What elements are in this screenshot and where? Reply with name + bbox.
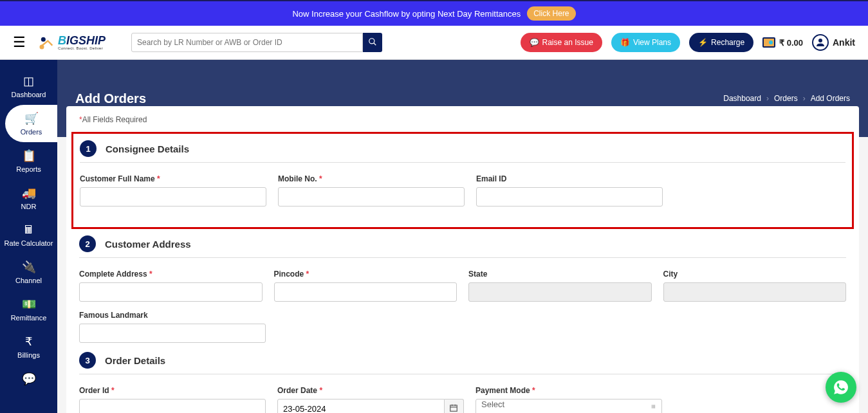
sidebar-item-billings[interactable]: ₹ Billings (0, 328, 57, 365)
truck-icon: 🚚 (0, 186, 57, 200)
user-menu[interactable]: Ankit (812, 34, 855, 51)
avatar-icon (812, 34, 829, 51)
svg-rect-5 (450, 405, 457, 410)
view-plans-button[interactable]: 🎁View Plans (611, 33, 680, 52)
app-header: ☰ BIGSHIP Connect. Boost. Deliver 💬Raise… (0, 26, 868, 60)
breadcrumb-item: Add Orders (811, 94, 850, 103)
section-title: Order Details (105, 355, 165, 366)
whatsapp-button[interactable] (826, 372, 856, 403)
sidebar-label: Rate Calculator (5, 239, 53, 247)
label-mobile: Mobile No. * (278, 174, 465, 183)
sidebar-label: Orders (21, 128, 42, 136)
sidebar-label: Channel (15, 277, 42, 284)
cart-icon: 🛒 (5, 111, 57, 125)
banner-cta-button[interactable]: Click Here (527, 6, 575, 21)
svg-line-3 (374, 42, 376, 45)
recharge-button[interactable]: ⚡Recharge (689, 33, 753, 52)
wallet-amount: ₹ 0.00 (779, 38, 803, 48)
mobile-input[interactable] (278, 187, 465, 206)
sidebar-item-reports[interactable]: 📋 Reports (0, 142, 57, 179)
breadcrumb-item[interactable]: Dashboard (723, 94, 761, 103)
section-head-address: 2 Customer Address (79, 235, 846, 258)
whatsapp-icon (833, 379, 849, 396)
sidebar-label: Billings (17, 351, 40, 359)
section-head-order: 3 Order Details (79, 352, 846, 374)
chevron-right-icon: › (766, 94, 769, 103)
state-input (468, 282, 652, 302)
wallet-icon (762, 37, 775, 48)
search-button[interactable] (363, 33, 382, 52)
order-date-input[interactable] (277, 399, 445, 413)
label-state: State (468, 270, 652, 279)
sidebar-label: Reports (16, 165, 41, 173)
gift-icon: 🎁 (620, 38, 630, 47)
banner-text: Now Increase your Cashflow by opting Nex… (292, 9, 521, 19)
sidebar-item-remittance[interactable]: 💵 Remittance (0, 291, 57, 328)
wallet-balance[interactable]: ₹ 0.00 (762, 37, 803, 48)
section-number: 3 (79, 352, 96, 369)
label-order-date: Order Date * (277, 386, 464, 395)
calendar-icon (449, 403, 458, 412)
sidebar-item-ndr[interactable]: 🚚 NDR (0, 179, 57, 217)
menu-toggle-icon[interactable]: ☰ (13, 34, 26, 51)
sidebar-item-dashboard[interactable]: ◫ Dashboard (0, 68, 57, 105)
sidebar-item-rate-calculator[interactable]: 🖩 Rate Calculator (0, 217, 57, 253)
label-payment-mode: Payment Mode * (476, 386, 662, 395)
payment-mode-select[interactable]: Select (476, 399, 662, 413)
sidebar-item-more[interactable]: 💬 (0, 365, 57, 395)
sidebar-item-channel[interactable]: 🔌 Channel (0, 253, 57, 291)
section-title: Consignee Details (106, 143, 189, 154)
promo-banner: Now Increase your Cashflow by opting Nex… (0, 0, 868, 26)
chat-icon: 💬 (530, 38, 539, 47)
svg-point-4 (818, 39, 822, 42)
sidebar: ◫ Dashboard 🛒 Orders 📋 Reports 🚚 NDR 🖩 R… (0, 60, 57, 413)
consignee-highlight: 1 Consignee Details Customer Full Name *… (71, 132, 854, 229)
cash-icon: 💵 (0, 297, 57, 311)
label-pincode: Pincode * (274, 270, 457, 279)
breadcrumb-item[interactable]: Orders (774, 94, 798, 103)
raise-issue-button[interactable]: 💬Raise an Issue (521, 33, 602, 52)
search-bar (131, 33, 382, 52)
section-title: Customer Address (105, 239, 191, 250)
label-landmark: Famous Landmark (79, 311, 266, 320)
sidebar-item-orders[interactable]: 🛒 Orders (5, 105, 57, 142)
label-order-id: Order Id * (79, 386, 266, 395)
label-address: Complete Address * (79, 270, 263, 279)
pincode-input[interactable] (274, 282, 457, 302)
required-note: *All Fields Required (79, 115, 846, 124)
customer-name-input[interactable] (80, 187, 266, 206)
chat-icon: 💬 (0, 372, 57, 386)
section-head-consignee: 1 Consignee Details (80, 140, 845, 163)
user-name: Ankit (833, 37, 855, 48)
svg-point-1 (40, 45, 44, 50)
section-number: 1 (80, 140, 97, 157)
rupee-icon: ₹ (0, 335, 57, 349)
clipboard-icon: 📋 (0, 149, 57, 163)
calendar-button[interactable] (445, 399, 464, 413)
logo[interactable]: BIGSHIP Connect. Boost. Deliver (37, 33, 106, 51)
bolt-icon: ⚡ (698, 38, 708, 47)
dashboard-icon: ◫ (0, 74, 57, 88)
search-input[interactable] (131, 33, 363, 52)
logo-mark-icon (37, 33, 55, 51)
label-customer-name: Customer Full Name * (80, 174, 266, 183)
logo-tagline: Connect. Boost. Deliver (58, 46, 106, 50)
section-number: 2 (79, 235, 96, 252)
landmark-input[interactable] (79, 324, 266, 343)
svg-point-2 (369, 38, 374, 43)
label-email: Email ID (476, 174, 663, 183)
label-city: City (663, 270, 847, 279)
address-input[interactable] (79, 282, 263, 302)
city-input (663, 282, 847, 302)
form-card: *All Fields Required 1 Consignee Details… (66, 106, 859, 413)
sidebar-label: NDR (21, 203, 37, 210)
email-input[interactable] (476, 187, 663, 206)
plug-icon: 🔌 (0, 260, 57, 274)
page-title: Add Orders (75, 91, 146, 106)
sidebar-label: Remittance (11, 314, 47, 322)
main-content: Add Orders Dashboard › Orders › Add Orde… (57, 60, 868, 413)
svg-point-0 (41, 37, 46, 42)
calculator-icon: 🖩 (0, 223, 57, 237)
order-id-input[interactable] (79, 399, 266, 413)
chevron-right-icon: › (803, 94, 806, 103)
